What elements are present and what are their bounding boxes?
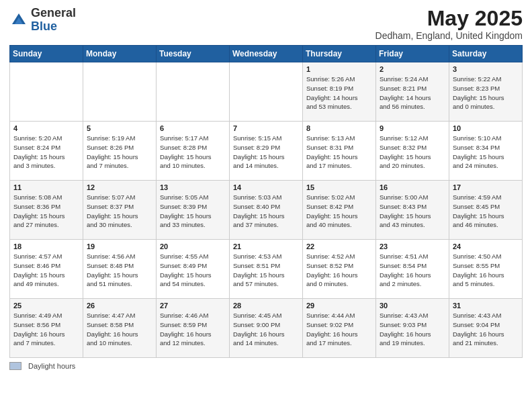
- day-info: Sunrise: 4:49 AMSunset: 8:56 PMDaylight:…: [13, 311, 79, 348]
- day-info: Sunrise: 5:22 AMSunset: 8:23 PMDaylight:…: [453, 75, 519, 111]
- calendar-cell: 17Sunrise: 4:59 AMSunset: 8:45 PMDayligh…: [449, 181, 523, 240]
- day-number: 10: [453, 124, 519, 132]
- calendar-cell: 8Sunrise: 5:13 AMSunset: 8:31 PMDaylight…: [303, 122, 376, 181]
- week-row-3: 11Sunrise: 5:08 AMSunset: 8:36 PMDayligh…: [10, 181, 523, 240]
- day-number: 3: [453, 65, 519, 73]
- day-number: 31: [453, 302, 519, 310]
- day-number: 7: [233, 124, 299, 132]
- day-info: Sunrise: 4:51 AMSunset: 8:54 PMDaylight:…: [380, 252, 445, 289]
- calendar-cell: 31Sunrise: 4:43 AMSunset: 9:04 PMDayligh…: [449, 299, 523, 358]
- calendar-cell: 24Sunrise: 4:50 AMSunset: 8:55 PMDayligh…: [449, 240, 523, 299]
- calendar-cell: 5Sunrise: 5:19 AMSunset: 8:26 PMDaylight…: [83, 122, 157, 181]
- calendar-cell: 6Sunrise: 5:17 AMSunset: 8:28 PMDaylight…: [157, 122, 230, 181]
- calendar-cell: 13Sunrise: 5:05 AMSunset: 8:39 PMDayligh…: [157, 181, 230, 240]
- day-info: Sunrise: 4:50 AMSunset: 8:55 PMDaylight:…: [453, 252, 519, 289]
- page: General Blue May 2025 Dedham, England, U…: [0, 0, 532, 411]
- day-info: Sunrise: 4:52 AMSunset: 8:52 PMDaylight:…: [306, 252, 372, 289]
- calendar-cell: 25Sunrise: 4:49 AMSunset: 8:56 PMDayligh…: [10, 299, 83, 358]
- footer: Daylight hours: [9, 362, 523, 370]
- day-number: 2: [380, 65, 445, 73]
- week-row-5: 25Sunrise: 4:49 AMSunset: 8:56 PMDayligh…: [10, 299, 523, 358]
- day-info: Sunrise: 5:03 AMSunset: 8:40 PMDaylight:…: [233, 193, 299, 230]
- day-number: 16: [380, 183, 445, 191]
- logo-icon: [9, 11, 28, 30]
- week-row-4: 18Sunrise: 4:57 AMSunset: 8:46 PMDayligh…: [10, 240, 523, 299]
- calendar-cell: 9Sunrise: 5:12 AMSunset: 8:32 PMDaylight…: [376, 122, 449, 181]
- weekday-header-row: SundayMondayTuesdayWednesdayThursdayFrid…: [10, 46, 523, 62]
- calendar-cell: [83, 62, 157, 122]
- day-info: Sunrise: 4:55 AMSunset: 8:49 PMDaylight:…: [160, 252, 226, 289]
- title-block: May 2025 Dedham, England, United Kingdom: [375, 7, 523, 41]
- day-info: Sunrise: 4:46 AMSunset: 8:59 PMDaylight:…: [160, 311, 226, 348]
- calendar-table: SundayMondayTuesdayWednesdayThursdayFrid…: [9, 45, 523, 358]
- calendar-cell: 11Sunrise: 5:08 AMSunset: 8:36 PMDayligh…: [10, 181, 83, 240]
- calendar-cell: 22Sunrise: 4:52 AMSunset: 8:52 PMDayligh…: [303, 240, 376, 299]
- day-number: 9: [380, 124, 445, 132]
- day-info: Sunrise: 5:17 AMSunset: 8:28 PMDaylight:…: [160, 134, 226, 171]
- day-info: Sunrise: 4:43 AMSunset: 9:03 PMDaylight:…: [380, 311, 445, 348]
- day-number: 12: [87, 183, 152, 191]
- day-info: Sunrise: 5:08 AMSunset: 8:36 PMDaylight:…: [13, 193, 79, 230]
- day-number: 26: [87, 302, 152, 310]
- day-number: 21: [233, 242, 299, 250]
- day-number: 14: [233, 183, 299, 191]
- calendar-cell: 10Sunrise: 5:10 AMSunset: 8:34 PMDayligh…: [449, 122, 523, 181]
- day-number: 20: [160, 242, 226, 250]
- week-row-2: 4Sunrise: 5:20 AMSunset: 8:24 PMDaylight…: [10, 122, 523, 181]
- day-number: 29: [306, 302, 372, 310]
- day-number: 5: [87, 124, 152, 132]
- day-number: 17: [453, 183, 519, 191]
- calendar-cell: 19Sunrise: 4:56 AMSunset: 8:48 PMDayligh…: [83, 240, 157, 299]
- day-info: Sunrise: 4:56 AMSunset: 8:48 PMDaylight:…: [87, 252, 152, 289]
- calendar-cell: 2Sunrise: 5:24 AMSunset: 8:21 PMDaylight…: [376, 62, 449, 122]
- legend-box: [9, 362, 21, 370]
- weekday-header-saturday: Saturday: [449, 46, 523, 62]
- day-info: Sunrise: 4:45 AMSunset: 9:00 PMDaylight:…: [233, 311, 299, 348]
- day-number: 27: [160, 302, 226, 310]
- weekday-header-tuesday: Tuesday: [157, 46, 230, 62]
- month-title: May 2025: [375, 7, 523, 30]
- day-number: 11: [13, 183, 79, 191]
- day-info: Sunrise: 5:15 AMSunset: 8:29 PMDaylight:…: [233, 134, 299, 171]
- day-number: 25: [13, 302, 79, 310]
- day-info: Sunrise: 5:10 AMSunset: 8:34 PMDaylight:…: [453, 134, 519, 171]
- calendar-cell: 18Sunrise: 4:57 AMSunset: 8:46 PMDayligh…: [10, 240, 83, 299]
- calendar-cell: [10, 62, 83, 122]
- day-number: 4: [13, 124, 79, 132]
- calendar-cell: [157, 62, 230, 122]
- calendar-cell: 14Sunrise: 5:03 AMSunset: 8:40 PMDayligh…: [230, 181, 303, 240]
- day-number: 23: [380, 242, 445, 250]
- day-number: 15: [306, 183, 372, 191]
- weekday-header-sunday: Sunday: [10, 46, 83, 62]
- weekday-header-wednesday: Wednesday: [230, 46, 303, 62]
- day-info: Sunrise: 5:00 AMSunset: 8:43 PMDaylight:…: [380, 193, 445, 230]
- calendar-cell: 29Sunrise: 4:44 AMSunset: 9:02 PMDayligh…: [303, 299, 376, 358]
- day-info: Sunrise: 5:26 AMSunset: 8:19 PMDaylight:…: [306, 75, 372, 111]
- calendar-cell: 30Sunrise: 4:43 AMSunset: 9:03 PMDayligh…: [376, 299, 449, 358]
- day-number: 6: [160, 124, 226, 132]
- day-info: Sunrise: 5:24 AMSunset: 8:21 PMDaylight:…: [380, 75, 445, 111]
- day-number: 13: [160, 183, 226, 191]
- calendar-cell: [230, 62, 303, 122]
- calendar-cell: 26Sunrise: 4:47 AMSunset: 8:58 PMDayligh…: [83, 299, 157, 358]
- day-number: 1: [306, 65, 372, 73]
- weekday-header-thursday: Thursday: [303, 46, 376, 62]
- calendar-cell: 4Sunrise: 5:20 AMSunset: 8:24 PMDaylight…: [10, 122, 83, 181]
- day-number: 22: [306, 242, 372, 250]
- location: Dedham, England, United Kingdom: [375, 30, 523, 41]
- day-number: 8: [306, 124, 372, 132]
- calendar-cell: 12Sunrise: 5:07 AMSunset: 8:37 PMDayligh…: [83, 181, 157, 240]
- day-info: Sunrise: 4:43 AMSunset: 9:04 PMDaylight:…: [453, 311, 519, 348]
- logo-text: General Blue: [31, 7, 76, 34]
- calendar-cell: 15Sunrise: 5:02 AMSunset: 8:42 PMDayligh…: [303, 181, 376, 240]
- day-number: 30: [380, 302, 445, 310]
- day-info: Sunrise: 5:13 AMSunset: 8:31 PMDaylight:…: [306, 134, 372, 171]
- day-info: Sunrise: 4:44 AMSunset: 9:02 PMDaylight:…: [306, 311, 372, 348]
- day-number: 18: [13, 242, 79, 250]
- day-number: 19: [87, 242, 152, 250]
- logo: General Blue: [9, 7, 76, 34]
- day-number: 24: [453, 242, 519, 250]
- day-info: Sunrise: 4:53 AMSunset: 8:51 PMDaylight:…: [233, 252, 299, 289]
- day-info: Sunrise: 4:57 AMSunset: 8:46 PMDaylight:…: [13, 252, 79, 289]
- day-info: Sunrise: 5:12 AMSunset: 8:32 PMDaylight:…: [380, 134, 445, 171]
